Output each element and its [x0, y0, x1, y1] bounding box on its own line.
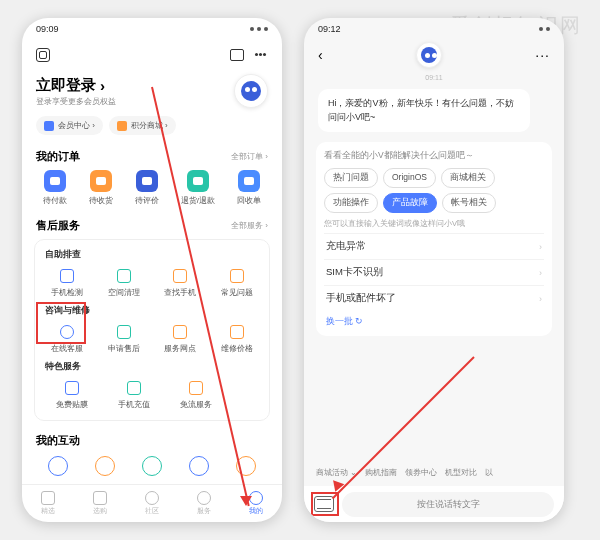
message-icon[interactable] [254, 48, 268, 62]
chip-fault[interactable]: 产品故障 [383, 193, 437, 213]
quick-compare[interactable]: 机型对比 [445, 467, 477, 478]
orders-header: 我的订单 全部订单 › [22, 143, 282, 168]
service-icon [197, 491, 211, 505]
interact-icon-2[interactable] [95, 456, 115, 476]
chip-account[interactable]: 帐号相关 [442, 193, 496, 213]
back-icon[interactable]: ‹ [318, 47, 323, 63]
avatar[interactable] [234, 74, 268, 108]
orders-more[interactable]: 全部订单 › [231, 151, 268, 162]
phone-left: 09:09 立即登录› 登录享受更多会员权益 会员中心 › 积分商城 › [22, 18, 282, 522]
chip-originos[interactable]: OriginOS [383, 168, 436, 188]
annotation-arrow-1 [240, 496, 252, 506]
price-icon [230, 325, 244, 339]
truck-icon [90, 170, 112, 192]
pill-points[interactable]: 积分商城 › [109, 116, 176, 135]
selfcheck-grid: 手机检测 空间清理 查找手机 常见问题 [39, 265, 265, 302]
repair-price[interactable]: 维修价格 [212, 323, 262, 354]
faq-charge[interactable]: 充电异常› [324, 233, 544, 259]
chat-timestamp: 09:11 [304, 70, 564, 85]
quick-guide[interactable]: 购机指南 [365, 467, 397, 478]
chat-header: ‹ ··· [304, 40, 564, 70]
help-card: 看看全能的小V都能解决什么问题吧～ 热门问题 OriginOS 商城相关 功能操… [316, 142, 552, 336]
order-pending-receive[interactable]: 待收货 [89, 170, 113, 206]
headset-icon [60, 325, 74, 339]
comment-icon [136, 170, 158, 192]
search-icon [173, 269, 187, 283]
chip-function[interactable]: 功能操作 [324, 193, 378, 213]
quick-coupon[interactable]: 领券中心 [405, 467, 437, 478]
faq[interactable]: 常见问题 [212, 267, 262, 298]
aftersale-header: 售后服务 全部服务 › [22, 212, 282, 237]
top-bar [22, 40, 282, 70]
login-subtitle: 登录享受更多会员权益 [36, 96, 116, 107]
status-time: 09:12 [318, 24, 341, 34]
chevron-right-icon: › [539, 242, 542, 252]
free-data[interactable]: 免流服务 [171, 379, 221, 410]
free-film[interactable]: 免费贴膜 [47, 379, 97, 410]
wallet-icon [44, 170, 66, 192]
order-pending-pay[interactable]: 待付款 [43, 170, 67, 206]
coin-icon [117, 121, 127, 131]
clean-icon [117, 269, 131, 283]
status-icons [250, 27, 268, 31]
chevron-right-icon: › [539, 268, 542, 278]
special-grid: 免费贴膜 手机充值 免流服务 [39, 377, 265, 414]
form-icon [117, 325, 131, 339]
tab-service[interactable]: 服务 [197, 491, 211, 516]
cart-icon[interactable] [230, 49, 244, 61]
chip-mall[interactable]: 商城相关 [441, 168, 495, 188]
interact-header: 我的互动 [22, 427, 282, 452]
aftersale-card: 自助排查 手机检测 空间清理 查找手机 常见问题 咨询与维修 在线客服 申请售后… [34, 239, 270, 421]
interact-icon-4[interactable] [189, 456, 209, 476]
more-icon[interactable]: ··· [535, 47, 550, 63]
location-icon [173, 325, 187, 339]
quick-activity[interactable]: 商城活动 ⌄ [316, 467, 357, 478]
tab-community[interactable]: 社区 [145, 491, 159, 516]
interact-title: 我的互动 [36, 433, 80, 448]
interact-icon-1[interactable] [48, 456, 68, 476]
help-title: 看看全能的小V都能解决什么问题吧～ [324, 150, 544, 162]
login-title: 立即登录› [36, 76, 116, 95]
order-recycle[interactable]: 回收单 [237, 170, 261, 206]
order-refund[interactable]: 退货/退款 [181, 170, 215, 206]
orders-title: 我的订单 [36, 149, 80, 164]
voice-input-button[interactable]: 按住说话转文字 [342, 492, 554, 517]
special-title: 特色服务 [39, 358, 265, 377]
recharge-icon [127, 381, 141, 395]
refund-icon [187, 170, 209, 192]
bot-avatar [416, 42, 442, 68]
space-clean[interactable]: 空间清理 [99, 267, 149, 298]
service-location[interactable]: 服务网点 [155, 323, 205, 354]
interact-icon-3[interactable] [142, 456, 162, 476]
tab-featured[interactable]: 精选 [41, 491, 55, 516]
chip-row-1: 热门问题 OriginOS 商城相关 [324, 168, 544, 188]
aftersale-more[interactable]: 全部服务 › [231, 220, 268, 231]
apply-aftersale[interactable]: 申请售后 [99, 323, 149, 354]
pill-member[interactable]: 会员中心 › [36, 116, 103, 135]
refresh-button[interactable]: 换一批 ↻ [324, 311, 544, 328]
bag-icon [93, 491, 107, 505]
tab-shop[interactable]: 选购 [93, 491, 107, 516]
settings-icon[interactable] [36, 48, 50, 62]
order-pending-review[interactable]: 待评价 [135, 170, 159, 206]
recycle-icon [238, 170, 260, 192]
selfcheck-title: 自助排查 [39, 246, 265, 265]
quick-more[interactable]: 以 [485, 467, 493, 478]
keyboard-icon[interactable] [314, 496, 334, 512]
status-icons [539, 27, 550, 31]
quick-links: 商城活动 ⌄ 购机指南 领券中心 机型对比 以 [304, 459, 564, 486]
greeting-bubble: Hi，亲爱的V粉，新年快乐！有什么问题，不妨问问小V吧~ [318, 89, 530, 132]
faq-broken[interactable]: 手机或配件坏了› [324, 285, 544, 311]
consult-grid: 在线客服 申请售后 服务网点 维修价格 [39, 321, 265, 358]
phone-icon [60, 269, 74, 283]
input-row: 按住说话转文字 [304, 486, 564, 522]
online-service[interactable]: 在线客服 [42, 323, 92, 354]
phone-recharge[interactable]: 手机充值 [109, 379, 159, 410]
status-bar: 09:12 [304, 18, 564, 40]
phone-right: 09:12 ‹ ··· 09:11 Hi，亲爱的V粉，新年快乐！有什么问题，不妨… [304, 18, 564, 522]
faq-sim[interactable]: SIM卡不识别› [324, 259, 544, 285]
chip-row-2: 功能操作 产品故障 帐号相关 [324, 193, 544, 213]
phone-detect[interactable]: 手机检测 [42, 267, 92, 298]
phone-pair: 09:09 立即登录› 登录享受更多会员权益 会员中心 › 积分商城 › [0, 0, 600, 540]
chip-hot[interactable]: 热门问题 [324, 168, 378, 188]
